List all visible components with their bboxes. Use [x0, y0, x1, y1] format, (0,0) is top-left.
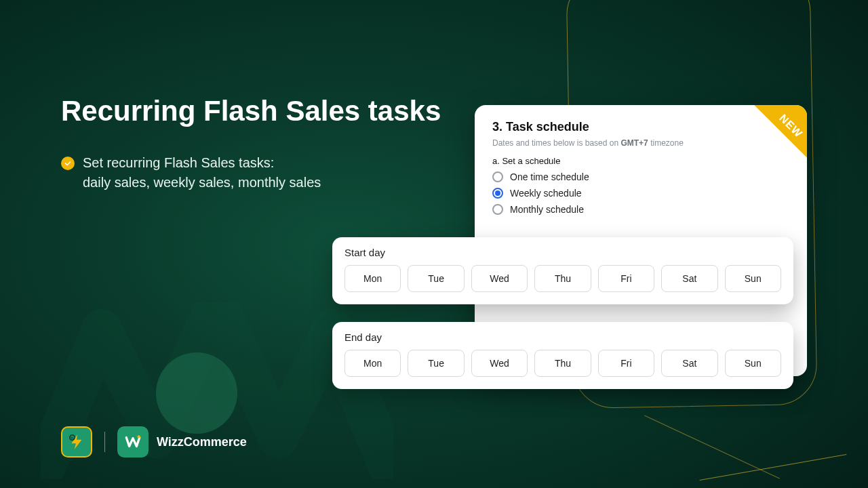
end-day-fri[interactable]: Fri	[598, 350, 654, 377]
feature-bullet-line1: Set recurring Flash Sales tasks:	[83, 155, 274, 170]
end-day-buttons: Mon Tue Wed Thu Fri Sat Sun	[344, 350, 781, 377]
wizz-logo-icon	[117, 426, 149, 458]
end-day-sat[interactable]: Sat	[661, 350, 717, 377]
svg-point-2	[138, 435, 140, 438]
end-day-panel: End day Mon Tue Wed Thu Fri Sat Sun	[332, 322, 793, 389]
start-day-fri[interactable]: Fri	[598, 265, 654, 292]
svg-text:%: %	[71, 436, 74, 440]
radio-icon	[492, 188, 503, 199]
start-day-buttons: Mon Tue Wed Thu Fri Sat Sun	[344, 265, 781, 292]
background-line-2	[644, 415, 780, 479]
feature-bullet: Set recurring Flash Sales tasks: daily s…	[61, 153, 321, 192]
radio-label: One time schedule	[510, 171, 589, 182]
start-day-tue[interactable]: Tue	[408, 265, 464, 292]
end-day-tue[interactable]: Tue	[408, 350, 464, 377]
start-day-wed[interactable]: Wed	[471, 265, 528, 292]
footer-logos: % WizzCommerce	[61, 426, 247, 458]
radio-weekly-schedule[interactable]: Weekly schedule	[492, 188, 789, 199]
start-day-sat[interactable]: Sat	[661, 265, 717, 292]
background-circle	[156, 352, 237, 434]
feature-bullet-text: Set recurring Flash Sales tasks: daily s…	[83, 153, 321, 192]
start-day-panel: Start day Mon Tue Wed Thu Fri Sat Sun	[332, 237, 793, 304]
end-day-wed[interactable]: Wed	[471, 350, 528, 377]
new-ribbon: NEW	[732, 105, 807, 180]
flash-sale-app-icon: %	[61, 426, 92, 458]
check-circle-icon	[61, 157, 75, 170]
radio-icon	[492, 204, 503, 215]
radio-label: Monthly schedule	[510, 204, 584, 215]
feature-bullet-line2: daily sales, weekly sales, monthly sales	[83, 175, 321, 190]
lightning-icon: %	[68, 433, 85, 451]
start-day-sun[interactable]: Sun	[725, 265, 781, 292]
timezone-value: GMT+7	[620, 138, 648, 148]
radio-label: Weekly schedule	[510, 188, 582, 199]
timezone-note-suffix: timezone	[648, 138, 684, 148]
footer-divider	[104, 432, 105, 452]
timezone-note-prefix: Dates and times below is based on	[492, 138, 620, 148]
brand-block: WizzCommerce	[117, 426, 247, 458]
end-day-sun[interactable]: Sun	[725, 350, 781, 377]
start-day-label: Start day	[344, 247, 781, 258]
radio-monthly-schedule[interactable]: Monthly schedule	[492, 204, 789, 215]
start-day-mon[interactable]: Mon	[344, 265, 401, 292]
background-line-1	[700, 454, 847, 481]
end-day-label: End day	[344, 331, 781, 343]
page-title: Recurring Flash Sales tasks	[61, 95, 441, 127]
end-day-thu[interactable]: Thu	[534, 350, 591, 377]
end-day-mon[interactable]: Mon	[344, 350, 401, 377]
radio-icon	[492, 171, 503, 182]
start-day-thu[interactable]: Thu	[534, 265, 591, 292]
brand-name: WizzCommerce	[157, 435, 247, 449]
